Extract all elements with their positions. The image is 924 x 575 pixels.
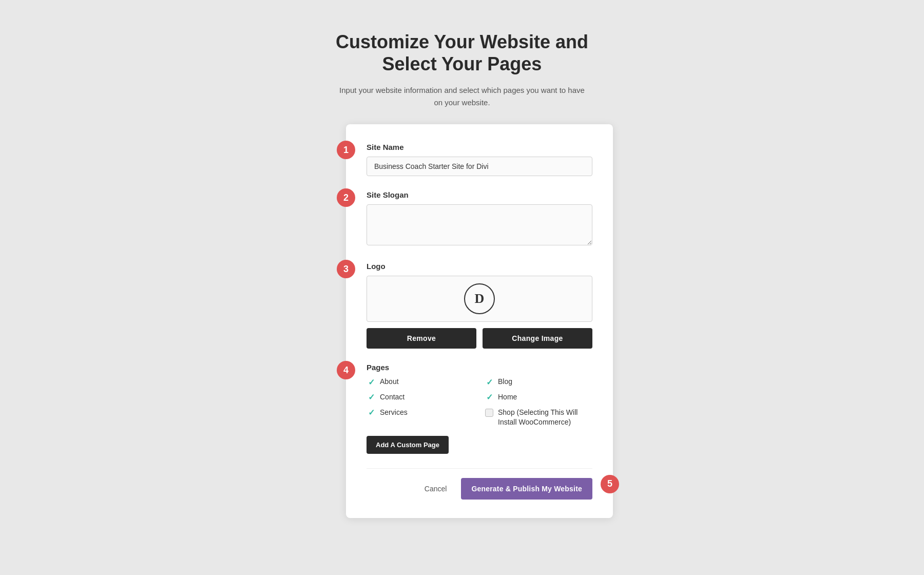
form-wrapper: 1 Site Name 2 Site Slogan 3 Logo D Remov… bbox=[311, 124, 613, 518]
home-checkbox[interactable]: ✓ bbox=[485, 393, 494, 402]
step-3-section: 3 Logo D Remove Change Image bbox=[367, 262, 592, 349]
blog-label: Blog bbox=[498, 377, 512, 387]
remove-logo-button[interactable]: Remove bbox=[367, 328, 476, 349]
list-item: ✓ Home bbox=[485, 392, 592, 402]
page-subtitle: Input your website information and selec… bbox=[339, 84, 585, 109]
contact-label: Contact bbox=[380, 392, 405, 402]
logo-preview: D bbox=[367, 276, 592, 322]
services-label: Services bbox=[380, 408, 408, 418]
about-label: About bbox=[380, 377, 399, 387]
add-custom-page-button[interactable]: Add A Custom Page bbox=[367, 436, 449, 454]
services-checkbox[interactable]: ✓ bbox=[367, 408, 376, 417]
site-name-input[interactable] bbox=[367, 157, 592, 176]
blog-checkbox[interactable]: ✓ bbox=[485, 377, 494, 387]
site-slogan-input[interactable] bbox=[367, 204, 592, 245]
step-2-badge: 2 bbox=[337, 188, 355, 207]
logo-icon: D bbox=[464, 283, 495, 314]
step-1-section: 1 Site Name bbox=[367, 143, 592, 176]
step-1-badge: 1 bbox=[337, 141, 355, 159]
site-slogan-label: Site Slogan bbox=[367, 190, 592, 199]
home-label: Home bbox=[498, 392, 517, 402]
step-4-badge: 4 bbox=[337, 361, 355, 379]
logo-label: Logo bbox=[367, 262, 592, 271]
logo-buttons: Remove Change Image bbox=[367, 328, 592, 349]
page-title: Customize Your Website and Select Your P… bbox=[336, 31, 588, 75]
check-icon: ✓ bbox=[486, 392, 493, 402]
unchecked-icon bbox=[485, 409, 493, 417]
shop-label: Shop (Selecting This Will Install WooCom… bbox=[498, 408, 592, 428]
list-item: Shop (Selecting This Will Install WooCom… bbox=[485, 408, 592, 428]
step-5-badge: 5 bbox=[601, 475, 619, 493]
step-4-section: 4 Pages ✓ About ✓ Blog bbox=[367, 363, 592, 453]
list-item: ✓ About bbox=[367, 377, 474, 387]
form-card: 1 Site Name 2 Site Slogan 3 Logo D Remov… bbox=[346, 124, 613, 518]
pages-label: Pages bbox=[367, 363, 592, 372]
change-image-button[interactable]: Change Image bbox=[483, 328, 592, 349]
check-icon: ✓ bbox=[368, 377, 375, 387]
shop-checkbox[interactable] bbox=[485, 408, 494, 417]
list-item: ✓ Contact bbox=[367, 392, 474, 402]
cancel-button[interactable]: Cancel bbox=[416, 480, 455, 498]
check-icon: ✓ bbox=[368, 392, 375, 402]
about-checkbox[interactable]: ✓ bbox=[367, 377, 376, 387]
page-header: Customize Your Website and Select Your P… bbox=[336, 31, 588, 109]
check-icon: ✓ bbox=[486, 377, 493, 387]
pages-grid: ✓ About ✓ Blog ✓ Contact bbox=[367, 377, 592, 427]
list-item: ✓ Blog bbox=[485, 377, 592, 387]
site-name-label: Site Name bbox=[367, 143, 592, 151]
step-3-badge: 3 bbox=[337, 260, 355, 278]
list-item: ✓ Services bbox=[367, 408, 474, 428]
form-actions: Cancel Generate & Publish My Website 5 bbox=[367, 468, 592, 500]
step-2-section: 2 Site Slogan bbox=[367, 190, 592, 247]
contact-checkbox[interactable]: ✓ bbox=[367, 393, 376, 402]
publish-button[interactable]: Generate & Publish My Website bbox=[461, 478, 592, 500]
check-icon: ✓ bbox=[368, 408, 375, 417]
